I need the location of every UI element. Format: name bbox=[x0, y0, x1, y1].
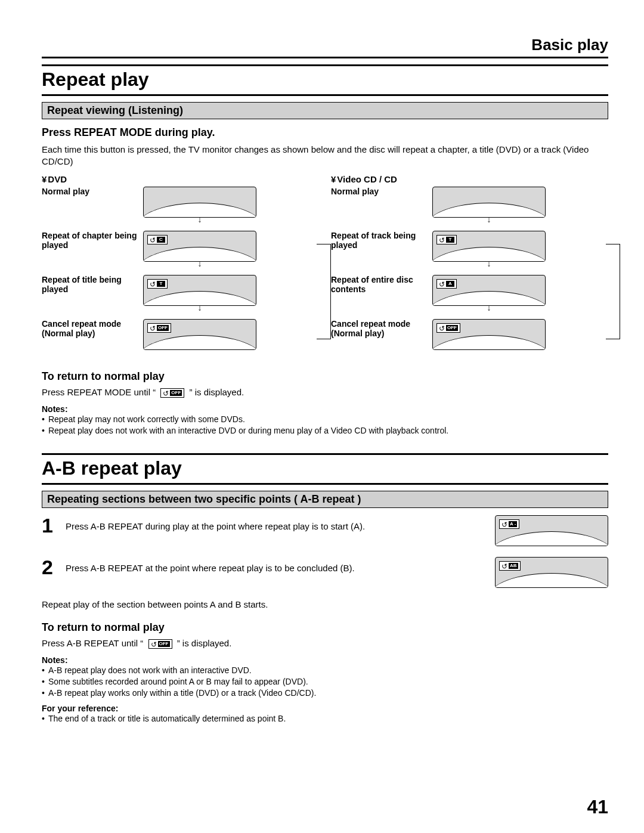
repeat-icon: ↺ bbox=[501, 521, 507, 528]
vcd-state-label: Repeat of entire disc contents bbox=[331, 275, 426, 295]
note-item: Repeat play does not work with an intera… bbox=[42, 425, 608, 436]
reference-heading: For your reference: bbox=[42, 704, 608, 713]
notes-list-ab: A-B repeat play does not work with an in… bbox=[42, 665, 608, 699]
tv-screen-icon: ↺OFF bbox=[432, 319, 546, 350]
dvd-header: DVD bbox=[42, 174, 319, 184]
repeat-badge: ↺AB bbox=[499, 561, 521, 571]
return-normal-play-head: To return to normal play bbox=[42, 370, 608, 383]
repeat-badge: ↺T bbox=[147, 279, 168, 289]
tv-screen-icon: ↺A - bbox=[495, 515, 608, 546]
instruction-press-repeat-mode: Press REPEAT MODE during play. bbox=[42, 126, 608, 139]
note-item: Repeat play may not work correctly with … bbox=[42, 414, 608, 425]
step-number: 2 bbox=[42, 557, 58, 577]
return-normal-play-head-ab: To return to normal play bbox=[42, 621, 608, 634]
repeat-icon: ↺ bbox=[439, 281, 445, 288]
return-normal-play-text-ab: Press A-B REPEAT until “ ↺OFF ” is displ… bbox=[42, 637, 608, 649]
notes-list: Repeat play may not work correctly with … bbox=[42, 414, 608, 436]
notes-heading-ab: Notes: bbox=[42, 655, 608, 665]
repeat-icon: ↺ bbox=[439, 237, 445, 244]
section-title-ab-repeat: A-B repeat play bbox=[42, 453, 608, 485]
note-item: A-B repeat play works only within a titl… bbox=[42, 688, 608, 699]
repeat-off-badge: ↺OFF bbox=[160, 388, 184, 398]
dvd-state-label: Normal play bbox=[42, 187, 137, 197]
dvd-state-label: Cancel repeat mode (Normal play) bbox=[42, 319, 137, 339]
dvd-state-label: Repeat of chapter being played bbox=[42, 231, 137, 251]
tv-screen-icon bbox=[432, 187, 546, 218]
reference-list: The end of a track or title is automatic… bbox=[42, 713, 608, 724]
section-title-repeat-play: Repeat play bbox=[42, 64, 608, 96]
page-context-title: Basic play bbox=[42, 36, 608, 58]
repeat-description: Each time this button is pressed, the TV… bbox=[42, 144, 608, 168]
repeat-badge: ↺A bbox=[436, 279, 457, 289]
tv-screen-icon: ↺C bbox=[143, 231, 256, 262]
page-number: 41 bbox=[587, 796, 608, 818]
vcd-state-label: Cancel repeat mode (Normal play) bbox=[331, 319, 426, 339]
vcd-state-label: Normal play bbox=[331, 187, 426, 197]
vcd-state-label: Repeat of track being played bbox=[331, 231, 426, 251]
after-steps-text: Repeat play of the section between point… bbox=[42, 599, 608, 611]
return-normal-play-text: Press REPEAT MODE until “ ↺OFF ” is disp… bbox=[42, 386, 608, 398]
reference-item: The end of a track or title is automatic… bbox=[42, 713, 608, 724]
step-text: Press A-B REPEAT at the point where repe… bbox=[66, 557, 488, 573]
repeat-icon: ↺ bbox=[150, 281, 156, 288]
repeat-icon: ↺ bbox=[501, 563, 507, 570]
step-row: 1 Press A-B REPEAT during play at the po… bbox=[42, 515, 608, 546]
repeat-badge: ↺OFF bbox=[147, 323, 171, 333]
notes-heading: Notes: bbox=[42, 404, 608, 414]
step-number: 1 bbox=[42, 515, 58, 535]
tv-screen-icon: ↺T bbox=[143, 275, 256, 306]
repeat-badge: ↺T bbox=[436, 235, 457, 244]
vcd-header: Video CD / CD bbox=[331, 174, 608, 184]
note-item: A-B repeat play does not work with an in… bbox=[42, 665, 608, 676]
tv-screen-icon: ↺AB bbox=[495, 557, 608, 588]
repeat-diagrams: DVD Normal play ↓ Repeat of chapter bein… bbox=[42, 174, 608, 358]
step-row: 2 Press A-B REPEAT at the point where re… bbox=[42, 557, 608, 588]
repeat-badge: ↺OFF bbox=[436, 323, 460, 333]
repeat-icon: ↺ bbox=[151, 641, 157, 648]
tv-screen-icon: ↺T bbox=[432, 231, 546, 262]
subsection-repeat-viewing: Repeat viewing (Listening) bbox=[42, 102, 608, 119]
repeat-icon: ↺ bbox=[150, 237, 156, 244]
loop-back-line bbox=[317, 244, 331, 339]
tv-screen-icon: ↺OFF bbox=[143, 319, 256, 350]
tv-screen-icon: ↺A bbox=[432, 275, 546, 306]
repeat-badge: ↺A - bbox=[499, 519, 519, 529]
repeat-icon: ↺ bbox=[439, 325, 445, 332]
dvd-state-label: Repeat of title being played bbox=[42, 275, 137, 295]
repeat-off-badge: ↺OFF bbox=[148, 639, 172, 649]
subsection-ab-repeat: Repeating sections between two specific … bbox=[42, 491, 608, 508]
tv-screen-icon bbox=[143, 187, 256, 218]
repeat-badge: ↺C bbox=[147, 235, 168, 244]
note-item: Some subtitles recorded around point A o… bbox=[42, 676, 608, 688]
loop-back-line bbox=[606, 244, 620, 339]
repeat-icon: ↺ bbox=[163, 390, 169, 397]
repeat-icon: ↺ bbox=[150, 325, 156, 332]
step-text: Press A-B REPEAT during play at the poin… bbox=[66, 515, 488, 531]
